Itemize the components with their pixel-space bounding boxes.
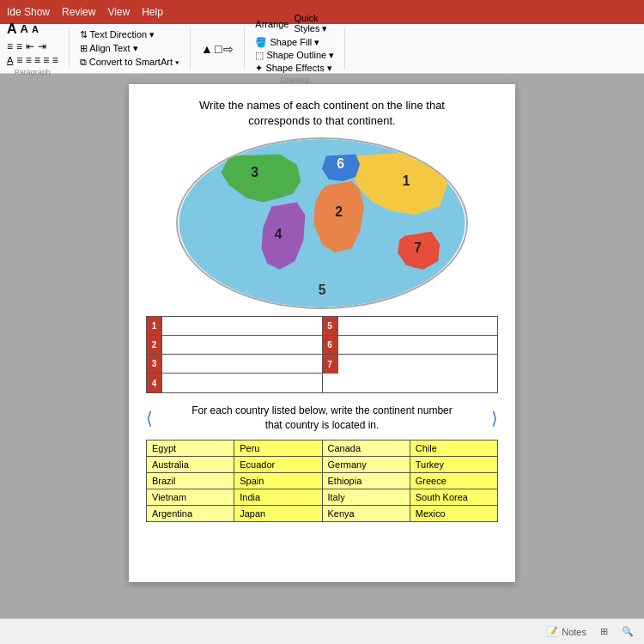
font-size-decrease[interactable]: ≡ [7, 40, 13, 52]
menu-item-ideshow[interactable]: Ide Show [7, 6, 50, 18]
svg-text:7: 7 [414, 241, 422, 256]
paragraph-label: Paragraph [7, 68, 58, 76]
country-cell[interactable]: Greece [410, 472, 497, 489]
font-a-small: A [32, 24, 39, 34]
num-6: 6 [323, 336, 338, 354]
answer-line-6[interactable] [338, 336, 498, 354]
shape-fill-btn[interactable]: 🪣 Shape Fill ▾ [255, 37, 319, 48]
answer-line-7[interactable] [338, 355, 498, 374]
grid-icon: ⊞ [600, 626, 608, 637]
title-line1: Write the names of each continent on the… [199, 99, 445, 112]
country-cell[interactable]: Brazil [147, 472, 234, 489]
convert-smartart-btn[interactable]: ⧉ Convert to SmartArt ▾ [80, 57, 179, 68]
zoom-item[interactable]: 🔍 [622, 626, 634, 637]
drawing-label: Drawing [255, 76, 334, 84]
country-cell[interactable]: Japan [234, 505, 322, 521]
country-cell[interactable]: Vietnam [147, 489, 234, 505]
shape-arrows: ⇨ [223, 42, 234, 56]
answer-line-3[interactable] [162, 355, 322, 373]
answer-col-left: 1 2 3 4 [147, 317, 323, 392]
right-bracket-arrow: ⟩ [491, 408, 498, 428]
country-cell[interactable]: Argentina [147, 505, 234, 521]
country-cell[interactable]: Australia [147, 456, 234, 472]
ribbon-group-font: A A A ≡ ≡ ⇤ ⇥ A ≡ ≡ ≡ ≡ ≡ Paragraph [7, 27, 70, 70]
svg-text:2: 2 [335, 205, 343, 220]
text-direction-btn[interactable]: ⇅ Text Direction ▾ [80, 29, 155, 40]
answer-spacer [323, 374, 498, 392]
svg-text:4: 4 [275, 227, 283, 241]
country-table: EgyptPeruCanadaChileAustraliaEcuadorGerm… [146, 440, 498, 522]
left-bracket-arrow: ⟨ [146, 408, 153, 428]
status-bar: 📝 Notes ⊞ 🔍 [0, 618, 644, 644]
section2-title-line1: For each country listed below, write the… [191, 404, 453, 416]
country-cell[interactable]: Chile [410, 440, 497, 456]
notes-label: Notes [562, 627, 586, 637]
answer-grid: 1 2 3 4 5 [146, 316, 498, 393]
country-cell[interactable]: India [234, 489, 322, 505]
country-cell[interactable]: Ecuador [234, 456, 322, 472]
answer-col-right: 5 6 7 [323, 317, 498, 392]
country-cell[interactable]: Egypt [147, 440, 234, 456]
country-cell[interactable]: Germany [322, 456, 410, 472]
font-a-super: A [21, 22, 28, 35]
indent-right[interactable]: ⇥ [38, 40, 46, 52]
country-cell[interactable]: Ethiopia [322, 472, 410, 489]
shape-effects-btn[interactable]: ✦ Shape Effects ▾ [255, 63, 331, 74]
answer-row-7: 7 [323, 355, 498, 374]
answer-line-5[interactable] [338, 317, 498, 335]
country-cell[interactable]: Peru [234, 440, 322, 456]
ribbon-group-paragraph: ⇅ Text Direction ▾ ⊞ Align Text ▾ ⧉ Conv… [80, 27, 191, 70]
country-cell[interactable]: South Korea [410, 489, 497, 505]
underline-a: A [7, 55, 13, 65]
section2-title: For each country listed below, write the… [146, 404, 498, 433]
num-2: 2 [147, 336, 162, 354]
world-map: 1 2 3 4 5 6 7 [176, 137, 468, 309]
country-cell[interactable]: Mexico [410, 505, 497, 521]
num-1: 1 [147, 317, 162, 335]
answer-row-6: 6 [323, 336, 498, 355]
align-text-btn[interactable]: ⊞ Align Text ▾ [80, 43, 138, 54]
zoom-icon: 🔍 [622, 626, 634, 637]
num-5: 5 [323, 317, 338, 335]
menu-item-view[interactable]: View [107, 6, 130, 18]
ribbon-group-shapes: ▲ □ ⇨ [201, 27, 245, 70]
notes-item[interactable]: 📝 Notes [546, 626, 586, 637]
quick-styles-btn[interactable]: QuickStyles ▾ [294, 13, 327, 34]
svg-text:1: 1 [403, 173, 410, 188]
ribbon: A A A ≡ ≡ ⇤ ⇥ A ≡ ≡ ≡ ≡ ≡ Paragraph ⇅ Te… [0, 24, 644, 74]
menu-item-review[interactable]: Review [62, 6, 95, 18]
section2-header: ⟨ For each country listed below, write t… [146, 404, 498, 433]
num-3: 3 [147, 355, 162, 373]
country-cell[interactable]: Italy [322, 489, 410, 505]
menu-item-help[interactable]: Help [142, 6, 163, 18]
country-cell[interactable]: Spain [234, 472, 322, 489]
answer-row-3: 3 [147, 355, 322, 374]
font-size-increase[interactable]: ≡ [16, 40, 22, 52]
title-line2: corresponds to that continent. [248, 114, 395, 127]
ribbon-group-drawing: Arrange QuickStyles ▾ 🪣 Shape Fill ▾ ⬚ S… [255, 27, 345, 70]
country-cell[interactable]: Canada [322, 440, 410, 456]
svg-text:5: 5 [319, 283, 326, 298]
shape-triangle: ▲ [201, 42, 213, 56]
answer-line-2[interactable] [162, 336, 322, 354]
notes-icon: 📝 [546, 626, 558, 637]
country-cell[interactable]: Kenya [322, 505, 410, 521]
font-a-large: A [7, 21, 17, 37]
country-cell[interactable]: Turkey [410, 456, 497, 472]
arrange-btn[interactable]: Arrange [255, 19, 289, 29]
align-buttons: ≡ ≡ ≡ ≡ ≡ [16, 54, 58, 66]
answer-line-4[interactable] [162, 374, 322, 392]
answer-row-1: 1 [147, 317, 322, 336]
num-4: 4 [147, 374, 162, 392]
num-7: 7 [323, 355, 338, 374]
shape-outline-btn[interactable]: ⬚ Shape Outline ▾ [255, 50, 334, 61]
answer-row-5: 5 [323, 317, 498, 336]
answer-line-1[interactable] [162, 317, 322, 335]
answer-row-2: 2 [147, 336, 322, 355]
shape-rect: □ [215, 42, 222, 56]
slide-title: Write the names of each continent on the… [146, 98, 498, 129]
section2-title-line2: that country is located in. [265, 419, 380, 431]
grid-item[interactable]: ⊞ [600, 626, 608, 637]
svg-text:6: 6 [337, 157, 344, 172]
indent-left[interactable]: ⇤ [26, 40, 34, 52]
